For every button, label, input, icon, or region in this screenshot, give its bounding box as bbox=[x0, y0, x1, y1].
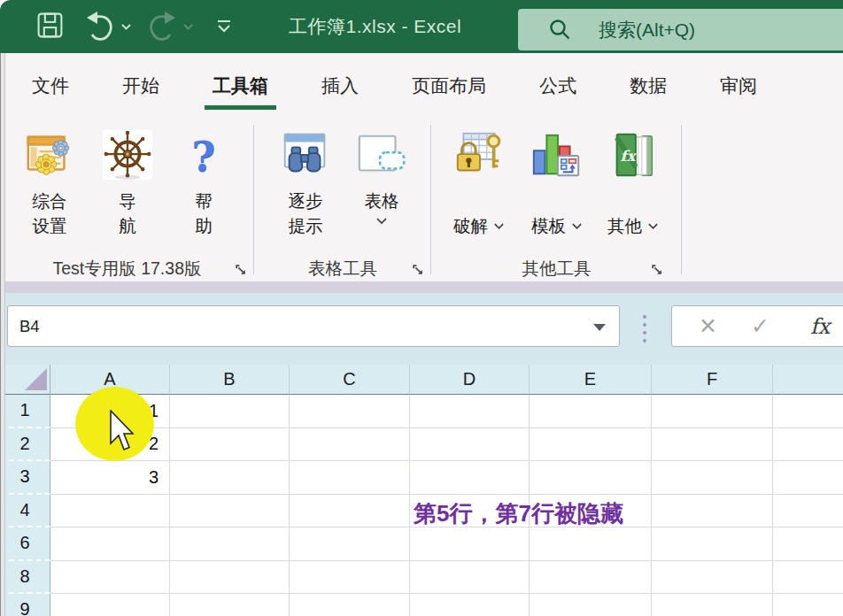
cell-C1[interactable] bbox=[290, 395, 410, 428]
help-button[interactable]: ? 帮 助 bbox=[166, 128, 241, 238]
select-all-corner[interactable] bbox=[0, 365, 50, 395]
cell-D1[interactable] bbox=[410, 395, 530, 428]
cell-B9[interactable] bbox=[170, 594, 290, 616]
cell-C3[interactable] bbox=[290, 461, 410, 495]
cell-G8[interactable] bbox=[773, 561, 843, 595]
cell-D6[interactable] bbox=[410, 527, 530, 561]
cancel-icon[interactable]: ✕ bbox=[699, 313, 717, 339]
column-header-F[interactable]: F bbox=[652, 365, 773, 395]
search-box[interactable]: 搜索(Alt+Q) bbox=[518, 9, 843, 50]
cell-G1[interactable] bbox=[773, 395, 843, 428]
cell-A8[interactable] bbox=[50, 561, 170, 595]
cell-E6[interactable] bbox=[530, 527, 652, 561]
cell-A6[interactable] bbox=[50, 527, 170, 561]
row-header-3[interactable]: 3 bbox=[0, 461, 50, 495]
column-header-D[interactable]: D bbox=[410, 365, 530, 395]
cell-F4[interactable] bbox=[652, 495, 773, 528]
chart-template-icon bbox=[530, 128, 584, 185]
dialog-launcher-icon[interactable] bbox=[235, 264, 248, 277]
cell-F3[interactable] bbox=[652, 461, 773, 495]
column-header-G[interactable]: G bbox=[773, 365, 843, 395]
cell-E2[interactable] bbox=[530, 428, 652, 462]
name-box[interactable]: B4 bbox=[7, 305, 620, 347]
table-button[interactable]: 表格 bbox=[344, 128, 419, 238]
tab-审阅[interactable]: 审阅 bbox=[720, 53, 757, 118]
button-label: 助 bbox=[195, 214, 213, 239]
search-placeholder: 搜索(Alt+Q) bbox=[599, 18, 695, 42]
cell-C4[interactable] bbox=[290, 495, 410, 528]
cell-B8[interactable] bbox=[170, 561, 290, 595]
other-button[interactable]: fx 其他 bbox=[596, 128, 670, 238]
cell-A9[interactable] bbox=[50, 594, 170, 616]
cell-D9[interactable] bbox=[410, 594, 530, 616]
row-header-6[interactable]: 6 bbox=[0, 527, 50, 561]
cell-E9[interactable] bbox=[530, 594, 652, 616]
tab-开始[interactable]: 开始 bbox=[122, 53, 159, 118]
comprehensive-settings-button[interactable]: 综合 设置 bbox=[11, 128, 89, 238]
navigation-button[interactable]: 导 航 bbox=[89, 128, 166, 238]
cell-B4[interactable] bbox=[170, 495, 290, 528]
redo-icon[interactable] bbox=[146, 9, 178, 44]
excel-window: 工作簿1.xlsx - Excel 搜索(Alt+Q) 文件开始工具箱插入页面布… bbox=[0, 0, 843, 616]
undo-icon[interactable] bbox=[84, 9, 116, 44]
save-icon[interactable] bbox=[35, 11, 65, 43]
step-tips-button[interactable]: 逐步 提示 bbox=[267, 128, 344, 238]
cell-B6[interactable] bbox=[170, 527, 290, 561]
cell-G2[interactable] bbox=[773, 428, 843, 462]
dialog-launcher-icon[interactable] bbox=[651, 264, 664, 277]
cell-G3[interactable] bbox=[773, 461, 843, 495]
tab-公式[interactable]: 公式 bbox=[539, 53, 576, 118]
cell-E3[interactable] bbox=[530, 461, 652, 495]
tab-文件[interactable]: 文件 bbox=[32, 53, 69, 118]
button-label: 航 bbox=[119, 214, 136, 239]
redo-dropdown-icon[interactable] bbox=[182, 19, 194, 35]
enter-icon[interactable]: ✓ bbox=[751, 313, 770, 339]
cell-G9[interactable] bbox=[773, 594, 843, 616]
cell-D8[interactable] bbox=[410, 561, 530, 595]
name-box-dropdown-icon[interactable] bbox=[593, 324, 606, 331]
cell-D2[interactable] bbox=[410, 428, 530, 462]
cell-D3[interactable] bbox=[410, 461, 530, 495]
undo-dropdown-icon[interactable] bbox=[120, 19, 132, 35]
tab-数据[interactable]: 数据 bbox=[630, 53, 667, 118]
cell-B3[interactable] bbox=[170, 461, 290, 495]
row-header-9[interactable]: 9 bbox=[0, 594, 50, 616]
cell-A3[interactable]: 3 bbox=[50, 461, 170, 495]
row-header-2[interactable]: 2 bbox=[0, 428, 50, 462]
cell-F8[interactable] bbox=[652, 561, 773, 595]
row-header-1[interactable]: 1 bbox=[0, 395, 50, 428]
row-header-8[interactable]: 8 bbox=[0, 561, 50, 595]
button-label: 提示 bbox=[289, 214, 323, 239]
crack-button[interactable]: 破解 bbox=[440, 128, 518, 238]
cell-C9[interactable] bbox=[290, 594, 410, 616]
column-header-B[interactable]: B bbox=[170, 365, 290, 395]
cell-B1[interactable] bbox=[170, 395, 290, 428]
cell-G4[interactable] bbox=[773, 495, 843, 528]
ribbon-tabs: 文件开始工具箱插入页面布局公式数据审阅 bbox=[0, 53, 843, 118]
cell-B2[interactable] bbox=[170, 428, 290, 462]
cell-G6[interactable] bbox=[773, 527, 843, 561]
cell-C8[interactable] bbox=[290, 561, 410, 595]
row-header-4[interactable]: 4 bbox=[0, 495, 50, 528]
cell-E1[interactable] bbox=[530, 395, 652, 428]
cell-F6[interactable] bbox=[652, 527, 773, 561]
cell-F9[interactable] bbox=[652, 594, 773, 616]
cell-F2[interactable] bbox=[652, 428, 773, 462]
cell-C6[interactable] bbox=[290, 527, 410, 561]
cell-F1[interactable] bbox=[652, 395, 773, 428]
qat-customize-icon[interactable] bbox=[213, 14, 235, 39]
tab-页面布局[interactable]: 页面布局 bbox=[412, 53, 486, 118]
cell-C2[interactable] bbox=[290, 428, 410, 462]
insert-function-icon[interactable]: fx bbox=[810, 314, 830, 339]
tab-插入[interactable]: 插入 bbox=[321, 53, 359, 118]
cell-E8[interactable] bbox=[530, 561, 652, 595]
template-button[interactable]: 模板 bbox=[518, 128, 596, 238]
hidden-rows-annotation: 第5行，第7行被隐藏 bbox=[414, 498, 623, 529]
column-header-C[interactable]: C bbox=[290, 365, 410, 395]
column-header-E[interactable]: E bbox=[530, 365, 652, 395]
cell-A4[interactable] bbox=[50, 495, 170, 528]
tab-工具箱[interactable]: 工具箱 bbox=[213, 53, 268, 118]
dialog-launcher-icon[interactable] bbox=[412, 264, 425, 277]
formula-bar-divider-dots[interactable] bbox=[643, 315, 646, 343]
formula-input[interactable]: ✕ ✓ fx bbox=[671, 305, 843, 347]
